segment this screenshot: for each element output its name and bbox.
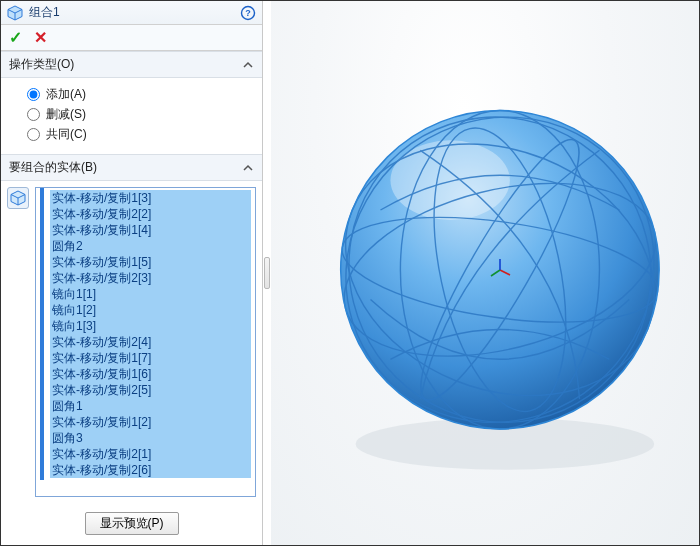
radio-common[interactable]: 共同(C) [27,124,246,144]
splitter-grip-icon [264,257,270,289]
list-item[interactable]: 实体-移动/复制2[6] [50,462,251,478]
confirm-toolbar: ✓ ✕ [1,25,262,51]
radio-subtract-input[interactable] [27,108,40,121]
list-item[interactable]: 实体-移动/复制1[5] [50,254,251,270]
radio-add-input[interactable] [27,88,40,101]
radio-common-input[interactable] [27,128,40,141]
radio-add[interactable]: 添加(A) [27,84,246,104]
list-item[interactable]: 实体-移动/复制1[6] [50,366,251,382]
chevron-up-icon [242,59,254,71]
list-item[interactable]: 实体-移动/复制2[2] [50,206,251,222]
select-body-icon[interactable] [7,187,29,209]
panel-footer: 显示预览(P) [1,504,262,545]
list-item[interactable]: 实体-移动/复制2[5] [50,382,251,398]
ok-button[interactable]: ✓ [9,28,22,47]
feature-cube-icon [7,5,23,21]
radio-subtract[interactable]: 删减(S) [27,104,246,124]
list-item[interactable]: 实体-移动/复制2[1] [50,446,251,462]
help-icon[interactable]: ? [240,5,256,21]
list-item[interactable]: 实体-移动/复制1[3] [50,190,251,206]
app-root: 组合1 ? ✓ ✕ 操作类型(O) 添加(A) [0,0,700,546]
operation-header-label: 操作类型(O) [9,56,74,73]
property-panel: 组合1 ? ✓ ✕ 操作类型(O) 添加(A) [1,1,263,545]
radio-subtract-label: 删减(S) [46,106,86,123]
radio-common-label: 共同(C) [46,126,87,143]
list-item[interactable]: 镜向1[1] [50,286,251,302]
radio-add-label: 添加(A) [46,86,86,103]
list-item[interactable]: 实体-移动/复制1[2] [50,414,251,430]
operation-section-header[interactable]: 操作类型(O) [1,51,262,78]
panel-splitter[interactable] [263,1,271,545]
svg-line-18 [500,270,510,275]
list-item[interactable]: 圆角2 [50,238,251,254]
show-preview-button[interactable]: 显示预览(P) [85,512,179,535]
chevron-up-icon [242,162,254,174]
origin-triad-icon [486,256,514,284]
list-item[interactable]: 圆角3 [50,430,251,446]
list-item[interactable]: 镜向1[3] [50,318,251,334]
titlebar: 组合1 ? [1,1,262,25]
bodies-listbox[interactable]: 实体-移动/复制1[3]实体-移动/复制2[2]实体-移动/复制1[4]圆角2实… [35,187,256,497]
cancel-button[interactable]: ✕ [34,28,47,47]
list-item[interactable]: 实体-移动/复制2[3] [50,270,251,286]
svg-line-19 [491,270,500,276]
bodies-header-label: 要组合的实体(B) [9,159,97,176]
list-item[interactable]: 镜向1[2] [50,302,251,318]
panel-title: 组合1 [29,4,240,21]
sphere-rendering [271,1,699,544]
list-item[interactable]: 圆角1 [50,398,251,414]
list-item[interactable]: 实体-移动/复制1[7] [50,350,251,366]
svg-text:?: ? [245,8,251,18]
list-item[interactable]: 实体-移动/复制1[4] [50,222,251,238]
bodies-selection-area: 实体-移动/复制1[3]实体-移动/复制2[2]实体-移动/复制1[4]圆角2实… [1,181,262,504]
viewport-3d[interactable] [271,1,699,545]
bodies-section-header[interactable]: 要组合的实体(B) [1,154,262,181]
operation-radios: 添加(A) 删减(S) 共同(C) [1,78,262,154]
list-item[interactable]: 实体-移动/复制2[4] [50,334,251,350]
